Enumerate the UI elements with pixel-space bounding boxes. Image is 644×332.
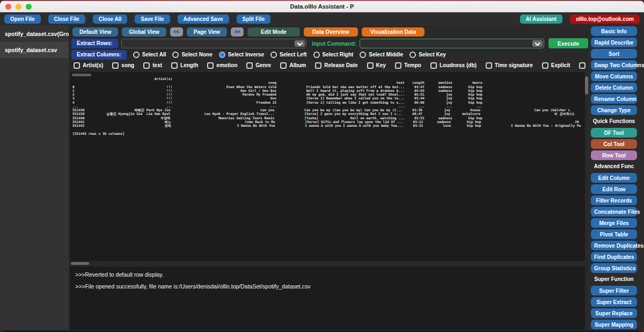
checkbox-icon[interactable] (542, 62, 548, 69)
tool-button-rapid-describe[interactable]: Rapid Describe (591, 38, 637, 47)
checkbox-icon[interactable] (112, 62, 119, 69)
tool-button-move-columns[interactable]: Move Columns (591, 71, 637, 81)
checkbox-icon[interactable] (579, 62, 586, 69)
tool-button-super-mapping[interactable]: Super Mapping (591, 320, 637, 329)
checkbox-icon[interactable] (430, 62, 437, 69)
vertical-scrollbar[interactable] (585, 74, 588, 258)
vertical-scrollbar-handle[interactable] (585, 76, 588, 95)
checkbox-icon[interactable] (171, 62, 178, 69)
checkbox-icon[interactable] (315, 62, 321, 69)
tool-button-concatenate-files[interactable]: Concatenate Files (591, 207, 637, 216)
radio-icon[interactable] (270, 52, 277, 58)
tool-button-row-tool[interactable]: Row Tool (591, 150, 637, 160)
radio-option[interactable]: Select Left (270, 52, 307, 58)
column-checkbox[interactable]: Length (171, 62, 198, 69)
tool-button-rename-column[interactable]: Rename Column (591, 94, 637, 104)
toolbar-button-advanced-save[interactable]: Advanced Save (178, 15, 229, 24)
radio-icon[interactable] (172, 52, 179, 58)
account-button[interactable]: olllo.top@outlook.com (570, 15, 640, 24)
tool-button-find-duplicates[interactable]: Find Duplicates (591, 252, 637, 262)
tool-button-remove-duplicates[interactable]: Remove Duplicates (591, 241, 637, 250)
column-checkbox[interactable]: Album (280, 62, 306, 69)
radio-icon[interactable] (313, 52, 320, 58)
checkbox-icon[interactable] (143, 62, 150, 69)
column-checkbox[interactable]: Release Date (315, 62, 357, 69)
tool-button-super-filter[interactable]: Super Filter (591, 286, 637, 295)
radio-option[interactable]: Select Right (313, 52, 354, 58)
radio-option[interactable]: Select Middle (360, 52, 403, 58)
horizontal-scrollbar-handle[interactable] (71, 262, 89, 265)
input-command-combobox[interactable] (360, 39, 544, 48)
column-checkbox[interactable]: Time signature (486, 62, 533, 69)
column-checkbox[interactable]: Artist(s) (74, 62, 103, 69)
tool-button-group-statistics[interactable]: Group Statistics (591, 263, 637, 273)
extract-rows-input[interactable] (124, 39, 293, 48)
tool-button-pivot-table[interactable]: Pivot Table (591, 229, 637, 239)
tool-button-basic-info[interactable]: Basic Info (591, 26, 637, 36)
tool-button-change-type[interactable]: Change Type (591, 105, 637, 115)
input-command-input[interactable] (362, 39, 530, 48)
tool-button-df-tool[interactable]: DF Tool (591, 128, 637, 138)
execute-button[interactable]: Execute (548, 38, 588, 48)
toolbar-button-close-file[interactable]: Close File (48, 15, 85, 24)
radio-option[interactable]: Select Key (409, 52, 446, 58)
chevron-down-icon[interactable] (295, 40, 305, 47)
horizontal-scrollbar[interactable] (70, 262, 585, 266)
view-button-data-overview[interactable]: Data Overview (304, 27, 358, 37)
tool-button-edit-column[interactable]: Edit Column (591, 173, 637, 183)
checkbox-icon[interactable] (246, 62, 253, 69)
extract-rows-combobox[interactable] (121, 39, 306, 48)
column-checkbox[interactable]: Explicit (542, 62, 570, 69)
checkbox-icon[interactable] (367, 62, 374, 69)
checkbox-icon[interactable] (395, 62, 401, 69)
view-button-global-view[interactable]: Global View (122, 27, 166, 37)
checkbox-label: Tempo (404, 62, 421, 68)
tool-button-merge-files[interactable]: Merge Files (591, 218, 637, 228)
checkbox-icon[interactable] (207, 62, 214, 69)
toolbar-button-close-all[interactable]: Close All (93, 15, 127, 24)
checkbox-icon[interactable] (280, 62, 287, 69)
toolbar-button-open-file[interactable]: Open File (4, 15, 41, 24)
column-checkbox[interactable]: song (112, 62, 134, 69)
checkbox-icon[interactable] (74, 62, 80, 69)
toolbar-button-save-file[interactable]: Save File (135, 15, 170, 24)
column-checkbox[interactable]: Loudness (db) (430, 62, 477, 69)
view-button--[interactable]: >> (231, 27, 244, 37)
radio-icon[interactable] (219, 52, 225, 58)
tool-button-delete-column[interactable]: Delete Column (591, 83, 637, 92)
radio-option[interactable]: Select Inverse (219, 52, 264, 58)
close-window-button[interactable] (5, 4, 11, 10)
view-button-page-view[interactable]: Page View (187, 27, 227, 37)
radio-icon[interactable] (409, 52, 416, 58)
column-checkbox[interactable]: text (143, 62, 162, 69)
column-checkbox[interactable]: emotion (207, 62, 237, 69)
column-checkbox[interactable]: Genre (246, 62, 271, 69)
tool-button-super-replace[interactable]: Super Replace (591, 308, 637, 318)
chevron-down-icon[interactable] (532, 40, 543, 47)
toolbar-button-split-file[interactable]: Split File (237, 15, 271, 24)
column-checkbox[interactable]: Tempo (395, 62, 421, 69)
tool-button-swap-two-columns[interactable]: Swap Two Columns (591, 60, 637, 70)
ai-assistant-button[interactable]: AI Assistant (520, 15, 562, 24)
column-checkbox[interactable]: Popu (579, 62, 588, 69)
radio-option[interactable]: Select All (133, 52, 166, 58)
top-hscrollbar-handle[interactable] (72, 74, 91, 76)
tool-button-edit-row[interactable]: Edit Row (591, 184, 637, 194)
view-button-default-view[interactable]: Default View (72, 27, 118, 37)
view-button-edit-mode[interactable]: Edit Mode (247, 27, 300, 37)
radio-icon[interactable] (133, 52, 140, 58)
radio-icon[interactable] (360, 52, 366, 58)
view-button-visualization-data[interactable]: Visualization Data (362, 27, 425, 37)
tool-button-super-extract[interactable]: Super Extract (591, 297, 637, 307)
checkbox-icon[interactable] (486, 62, 492, 69)
radio-option[interactable]: Select None (172, 52, 212, 58)
tool-button-filter-records[interactable]: Filter Records (591, 196, 637, 205)
tool-button-sort[interactable]: Sort (591, 49, 637, 59)
column-checkbox[interactable]: Key (367, 62, 386, 69)
zoom-window-button[interactable] (26, 4, 32, 10)
view-button--[interactable]: << (170, 27, 183, 37)
minimize-window-button[interactable] (16, 4, 21, 10)
file-item[interactable]: spotify_dataset.csv(GroupBy) (0, 26, 69, 42)
tool-button-col-tool[interactable]: Col Tool (591, 139, 637, 149)
file-item[interactable]: spotify_dataset.csv (0, 42, 69, 58)
